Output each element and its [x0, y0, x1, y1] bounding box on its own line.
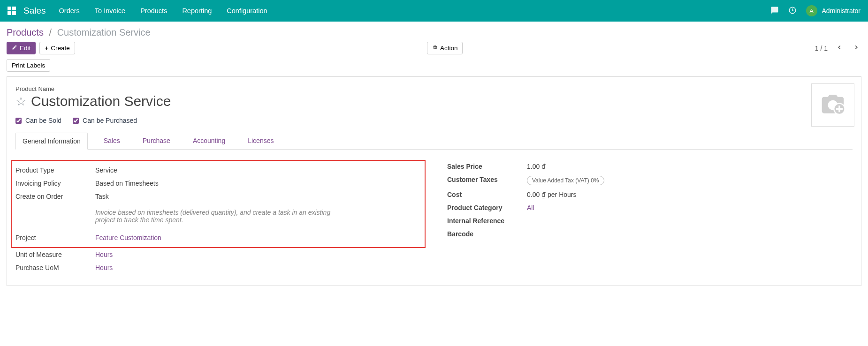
- tabs: General Information Sales Purchase Accou…: [15, 133, 853, 150]
- favorite-star-icon[interactable]: ☆: [15, 94, 26, 109]
- edit-button[interactable]: Edit: [7, 42, 36, 54]
- svg-rect-2: [8, 11, 11, 15]
- category-value[interactable]: All: [527, 204, 853, 211]
- labels-bar: Print Labels: [0, 59, 868, 76]
- field-customer-taxes: Customer Taxes Value Added Tax (VAT) 0%: [447, 173, 853, 188]
- pager-prev[interactable]: [834, 43, 845, 53]
- invoicing-policy-value: Based on Timesheets: [95, 180, 421, 187]
- product-name-label: Product Name: [15, 85, 853, 92]
- can-be-sold-checkbox[interactable]: [15, 118, 22, 124]
- user-menu[interactable]: A Administrator: [806, 5, 860, 16]
- form-sheet: Product Name ☆ Customization Service Can…: [7, 76, 861, 286]
- field-category: Product Category All: [447, 201, 853, 214]
- create-on-order-value: Task: [95, 193, 421, 200]
- nav-products[interactable]: Products: [140, 7, 167, 15]
- project-label: Project: [15, 234, 95, 241]
- user-name: Administrator: [822, 7, 860, 15]
- customer-taxes-value: Value Added Tax (VAT) 0%: [527, 176, 853, 185]
- uom-label: Unit of Measure: [15, 251, 95, 258]
- avatar: A: [806, 5, 817, 16]
- plus-icon: +: [45, 45, 48, 52]
- action-bar: Edit + Create Action 1 / 1: [0, 42, 868, 59]
- pager-next[interactable]: [851, 43, 861, 53]
- pencil-icon: [12, 45, 17, 52]
- breadcrumb: Products / Customization Service: [7, 27, 151, 38]
- tab-purchase[interactable]: Purchase: [136, 133, 177, 149]
- nav-orders[interactable]: Orders: [59, 7, 80, 15]
- purchase-uom-value[interactable]: Hours: [95, 264, 421, 271]
- field-project: Project Feature Customization: [15, 231, 421, 244]
- tab-licenses[interactable]: Licenses: [241, 133, 280, 149]
- product-name-value: Customization Service: [31, 93, 171, 109]
- sales-price-label: Sales Price: [447, 163, 527, 170]
- svg-rect-1: [12, 7, 16, 10]
- customer-taxes-label: Customer Taxes: [447, 176, 527, 183]
- breadcrumb-separator: /: [49, 27, 52, 38]
- tax-chip[interactable]: Value Added Tax (VAT) 0%: [527, 176, 604, 185]
- breadcrumb-current: Customization Service: [57, 27, 151, 38]
- breadcrumb-bar: Products / Customization Service: [0, 22, 868, 42]
- create-on-order-label: Create on Order: [15, 193, 95, 200]
- can-be-purchased-label: Can be Purchased: [83, 117, 137, 124]
- help-text: Invoice based on timesheets (delivered q…: [95, 206, 339, 228]
- image-placeholder[interactable]: [811, 83, 854, 127]
- nav-menu: Orders To Invoice Products Reporting Con…: [59, 7, 770, 15]
- tab-body: Product Type Service Invoicing Policy Ba…: [15, 150, 853, 274]
- gear-icon: [432, 45, 438, 52]
- sales-price-value: 1.00 ₫: [527, 163, 853, 170]
- product-name-row: ☆ Customization Service: [15, 93, 853, 109]
- field-cost: Cost 0.00 ₫ per Hours: [447, 188, 853, 201]
- app-title[interactable]: Sales: [23, 6, 46, 16]
- field-create-on-order: Create on Order Task: [15, 190, 421, 203]
- purchase-uom-label: Purchase UoM: [15, 264, 95, 271]
- print-labels-button[interactable]: Print Labels: [7, 59, 50, 72]
- pager-text: 1 / 1: [815, 45, 828, 52]
- activity-icon[interactable]: [788, 6, 797, 16]
- topbar: Sales Orders To Invoice Products Reporti…: [0, 0, 868, 22]
- field-purchase-uom: Purchase UoM Hours: [15, 261, 421, 274]
- action-button[interactable]: Action: [427, 42, 463, 54]
- checkboxes: Can be Sold Can be Purchased: [15, 117, 853, 124]
- field-internal-ref: Internal Reference: [447, 214, 853, 227]
- field-sales-price: Sales Price 1.00 ₫: [447, 160, 853, 173]
- internal-ref-label: Internal Reference: [447, 217, 527, 225]
- svg-rect-3: [12, 11, 16, 15]
- field-product-type: Product Type Service: [15, 164, 421, 177]
- apps-icon[interactable]: [8, 7, 16, 15]
- can-be-purchased[interactable]: Can be Purchased: [73, 117, 137, 124]
- barcode-label: Barcode: [447, 230, 527, 238]
- svg-rect-0: [8, 7, 11, 10]
- invoicing-policy-label: Invoicing Policy: [15, 180, 95, 187]
- edit-label: Edit: [20, 45, 30, 52]
- tab-sales[interactable]: Sales: [97, 133, 127, 149]
- topbar-right: A Administrator: [770, 5, 860, 16]
- can-be-sold[interactable]: Can be Sold: [15, 117, 61, 124]
- uom-value[interactable]: Hours: [95, 251, 421, 258]
- breadcrumb-parent[interactable]: Products: [7, 27, 44, 38]
- product-type-value: Service: [95, 166, 421, 174]
- cost-label: Cost: [447, 191, 527, 198]
- field-invoicing-policy: Invoicing Policy Based on Timesheets: [15, 177, 421, 190]
- right-column: Sales Price 1.00 ₫ Customer Taxes Value …: [447, 160, 853, 274]
- cost-value: 0.00 ₫ per Hours: [527, 191, 853, 198]
- can-be-sold-label: Can be Sold: [25, 117, 61, 124]
- camera-icon: [820, 91, 846, 119]
- create-label: Create: [51, 45, 70, 52]
- category-label: Product Category: [447, 204, 527, 211]
- left-column: Product Type Service Invoicing Policy Ba…: [15, 160, 421, 274]
- highlight-box: Product Type Service Invoicing Policy Ba…: [11, 160, 426, 248]
- field-barcode: Barcode: [447, 227, 853, 241]
- create-button[interactable]: + Create: [39, 42, 75, 54]
- tab-accounting[interactable]: Accounting: [186, 133, 232, 149]
- nav-reporting[interactable]: Reporting: [182, 7, 212, 15]
- product-type-label: Product Type: [15, 166, 95, 174]
- action-label: Action: [440, 45, 458, 52]
- nav-to-invoice[interactable]: To Invoice: [95, 7, 125, 15]
- field-uom: Unit of Measure Hours: [15, 248, 421, 261]
- tab-general-information[interactable]: General Information: [15, 133, 88, 150]
- messages-icon[interactable]: [770, 6, 779, 16]
- can-be-purchased-checkbox[interactable]: [73, 118, 79, 124]
- field-help: Invoice based on timesheets (delivered q…: [15, 203, 421, 231]
- nav-configuration[interactable]: Configuration: [227, 7, 267, 15]
- project-value[interactable]: Feature Customization: [95, 234, 421, 241]
